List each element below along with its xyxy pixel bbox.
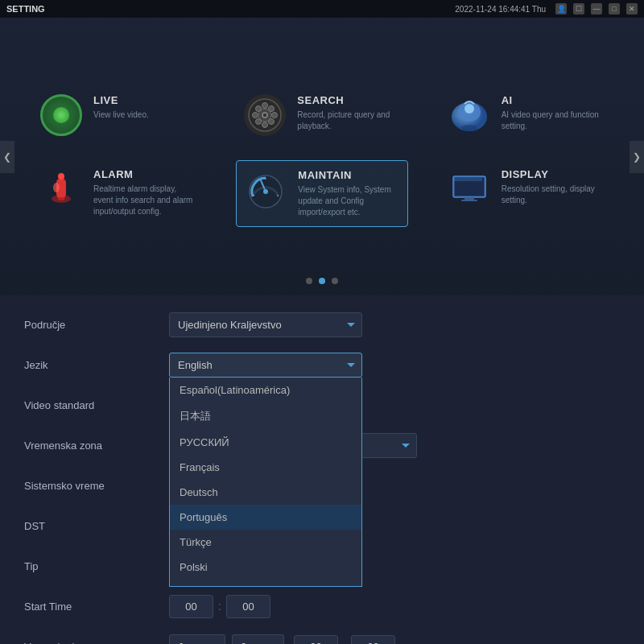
- svg-point-2: [262, 103, 268, 109]
- live-title: LIVE: [93, 94, 149, 106]
- titlebar-right: 2022-11-24 16:44:41 Thu 👤 ☐ — □ ✕: [455, 3, 638, 14]
- svg-point-14: [461, 125, 477, 131]
- lang-option-polish[interactable]: Polski: [170, 555, 361, 580]
- minus-icon[interactable]: —: [591, 3, 602, 14]
- svg-point-6: [256, 106, 262, 112]
- start-minute-input[interactable]: [226, 595, 270, 618]
- start-time-row: :: [169, 595, 620, 618]
- lang-option-russian[interactable]: РУССКИЙ: [170, 430, 361, 455]
- close-icon[interactable]: ✕: [626, 3, 638, 14]
- jezik-dropdown[interactable]: English: [169, 353, 362, 378]
- setting-row-jezik: Jezik English Español(Latinoamérica) 日本語…: [24, 350, 620, 379]
- svg-rect-30: [461, 200, 477, 201]
- live-icon: [40, 94, 82, 136]
- dot-1[interactable]: [306, 278, 312, 284]
- end-month-value: Jan: [178, 641, 195, 645]
- menu-grid: LIVE View live video.: [0, 62, 644, 251]
- end-hour-input[interactable]: [294, 635, 338, 645]
- menu-item-live[interactable]: LIVE View live video.: [32, 86, 204, 144]
- svg-rect-19: [58, 197, 64, 200]
- search-desc: Record, picture query and playback.: [297, 109, 399, 132]
- live-desc: View live video.: [93, 109, 149, 121]
- display-desc: Resolution setting, display setting.: [502, 184, 604, 206]
- svg-rect-28: [453, 178, 482, 181]
- podrucje-dropdown-arrow: [347, 323, 355, 331]
- menu-item-ai[interactable]: AI AI video query and function setting.: [440, 86, 612, 144]
- lang-option-japanese[interactable]: 日本語: [170, 402, 361, 430]
- lang-option-turkish[interactable]: Türkçe: [170, 530, 361, 555]
- app-title: SETTING: [6, 4, 45, 14]
- end-day-value: 2: [241, 641, 246, 645]
- svg-point-5: [272, 113, 278, 118]
- vreme-kraja-label: Vreme kraja: [24, 641, 169, 645]
- maintain-title: MAINTAIN: [298, 169, 398, 181]
- display-title: DISPLAY: [502, 168, 604, 180]
- setting-row-podrucje: Područje Ujedinjeno Kraljevstvo: [24, 310, 620, 339]
- start-hour-input[interactable]: [169, 595, 213, 618]
- sistemsko-label: Sistemsko vreme: [24, 480, 169, 492]
- svg-point-8: [256, 119, 262, 125]
- end-minute-input[interactable]: [351, 635, 395, 645]
- start-time-sep: :: [218, 600, 221, 613]
- display-icon: [448, 168, 490, 210]
- menu-item-alarm[interactable]: ALARM Realtime alarm display, event info…: [32, 160, 204, 227]
- end-date-row: Jan 2 :: [169, 634, 620, 645]
- podrucje-value: Ujedinjeno Kraljevstvo: [178, 319, 282, 331]
- lang-option-espanol[interactable]: Español(Latinoamérica): [170, 378, 361, 402]
- fullscreen-icon[interactable]: □: [609, 3, 620, 14]
- dot-3[interactable]: [332, 278, 338, 284]
- top-panel: ❮ LIVE View live video.: [0, 18, 644, 295]
- svg-point-17: [58, 173, 64, 180]
- end-day-dropdown[interactable]: 2: [232, 634, 284, 645]
- search-title: SEARCH: [297, 94, 399, 106]
- start-time-control: :: [169, 595, 620, 618]
- alarm-icon: [40, 168, 82, 210]
- video-label: Video standard: [24, 399, 169, 411]
- ai-icon: [448, 94, 490, 136]
- tip-label: Tip: [24, 560, 169, 572]
- language-dropdown-list: Español(Latinoamérica) 日本語 РУССКИЙ Franç…: [169, 378, 362, 587]
- lang-option-deutsch[interactable]: Deutsch: [170, 480, 361, 505]
- svg-point-22: [263, 189, 268, 194]
- jezik-dropdown-arrow: [347, 363, 355, 371]
- monitor-icon[interactable]: ☐: [573, 3, 584, 14]
- maintain-desc: View System info, System update and Conf…: [298, 184, 398, 218]
- svg-point-7: [269, 119, 275, 125]
- podrucje-dropdown[interactable]: Ujedinjeno Kraljevstvo: [169, 312, 362, 337]
- lang-option-french[interactable]: Français: [170, 455, 361, 480]
- jezik-control: English Español(Latinoamérica) 日本語 РУССК…: [169, 353, 620, 378]
- menu-item-display[interactable]: DISPLAY Resolution setting, display sett…: [440, 160, 612, 227]
- svg-point-18: [53, 183, 60, 192]
- podrucje-control: Ujedinjeno Kraljevstvo: [169, 312, 620, 337]
- datetime-label: 2022-11-24 16:44:41 Thu: [455, 5, 546, 14]
- titlebar: SETTING 2022-11-24 16:44:41 Thu 👤 ☐ — □ …: [0, 0, 644, 18]
- end-month-dropdown[interactable]: Jan: [169, 634, 225, 645]
- settings-panel: Područje Ujedinjeno Kraljevstvo Jezik En…: [0, 295, 644, 644]
- menu-item-search[interactable]: SEARCH Record, picture query and playbac…: [236, 86, 407, 144]
- timezone-label: Vremenska zona: [24, 440, 169, 452]
- search-reel-icon: [244, 94, 286, 136]
- jezik-value: English: [178, 359, 213, 371]
- user-icon[interactable]: 👤: [555, 3, 567, 14]
- alarm-title: ALARM: [93, 168, 196, 180]
- dots-indicator: [306, 278, 338, 284]
- svg-point-4: [253, 113, 258, 118]
- ai-title: AI: [502, 94, 604, 106]
- lang-option-portuguese[interactable]: Português: [170, 505, 361, 530]
- setting-row-start-time: Start Time :: [24, 592, 620, 621]
- lang-option-romanian[interactable]: Română: [170, 580, 361, 587]
- dot-2[interactable]: [319, 278, 325, 284]
- ai-desc: AI video query and function setting.: [502, 109, 604, 132]
- nav-prev-button[interactable]: ❮: [0, 141, 14, 173]
- alarm-desc: Realtime alarm display, event info searc…: [93, 184, 196, 217]
- end-time-sep: :: [343, 640, 346, 644]
- svg-rect-29: [464, 197, 474, 200]
- nav-next-button[interactable]: ❯: [630, 141, 644, 173]
- menu-item-maintain[interactable]: MAINTAIN View System info, System update…: [236, 160, 407, 227]
- titlebar-icons: 👤 ☐ — □ ✕: [555, 3, 638, 14]
- svg-point-13: [464, 104, 474, 114]
- svg-point-3: [262, 122, 268, 128]
- dst-label: DST: [24, 520, 169, 532]
- maintain-icon: [245, 169, 287, 211]
- podrucje-label: Područje: [24, 319, 169, 331]
